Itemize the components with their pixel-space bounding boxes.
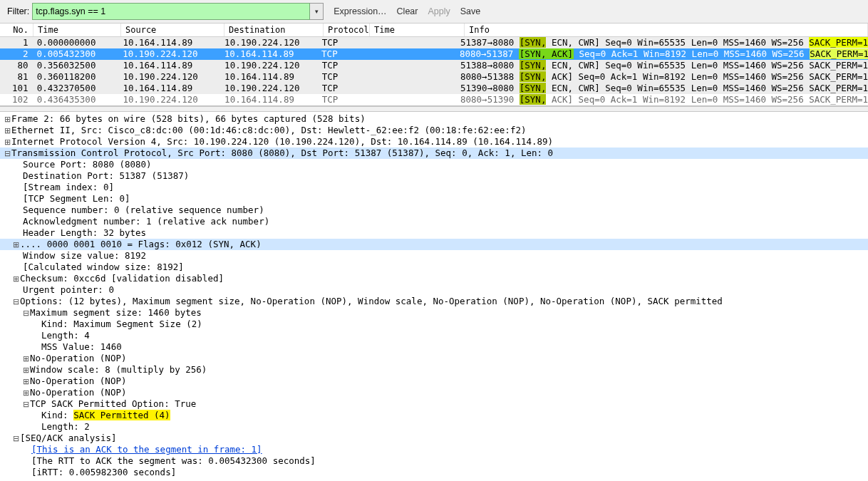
tree-header-len[interactable]: Header Length: 32 bytes (23, 227, 146, 239)
tree-ack-num[interactable]: Acknowledgment number: 1 (relative ack n… (23, 216, 269, 227)
filter-dropdown-button[interactable]: ▾ (310, 3, 324, 20)
tree-tcp[interactable]: Transmission Control Protocol, Src Port:… (11, 148, 553, 159)
collapse-icon[interactable]: ⊟ (21, 307, 30, 319)
tree-mss-len[interactable]: Length: 4 (41, 330, 90, 341)
tree-sack-opt[interactable]: TCP SACK Permitted Option: True (30, 398, 196, 410)
col-destination[interactable]: Destination (224, 24, 324, 36)
tree-sack-len[interactable]: Length: 2 (41, 421, 90, 433)
tree-seq-num[interactable]: Sequence number: 0 (relative sequence nu… (23, 205, 264, 216)
col-no[interactable]: No. (0, 24, 33, 36)
col-info[interactable]: Info (465, 24, 868, 36)
expand-icon[interactable]: ⊞ (21, 387, 30, 398)
collapse-icon[interactable]: ⊟ (11, 433, 20, 444)
tree-sack-kind[interactable]: Kind: SACK Permitted (4) (41, 410, 170, 421)
tree-winsize[interactable]: Window size value: 8192 (23, 250, 146, 262)
packet-row[interactable]: 810.36011820010.190.224.12010.164.114.89… (0, 71, 868, 83)
tree-seg-len[interactable]: [TCP Segment Len: 0] (23, 193, 130, 205)
expand-icon[interactable]: ⊞ (11, 273, 20, 284)
tree-mss-val[interactable]: MSS Value: 1460 (41, 341, 122, 353)
tree-ip[interactable]: Internet Protocol Version 4, Src: 10.190… (11, 136, 553, 148)
filter-input[interactable] (32, 3, 310, 20)
packet-row[interactable]: 800.35603250010.164.114.8910.190.224.120… (0, 60, 868, 71)
col-time[interactable]: Time (33, 24, 121, 36)
expand-icon[interactable]: ⊞ (3, 136, 11, 148)
filter-toolbar: Filter: ▾ Expression… Clear Apply Save (0, 0, 868, 24)
tree-flags[interactable]: .... 0000 0001 0010 = Flags: 0x012 (SYN,… (20, 239, 262, 250)
expand-icon[interactable]: ⊞ (21, 353, 30, 364)
expand-icon[interactable]: ⊞ (3, 113, 11, 125)
save-button[interactable]: Save (460, 6, 481, 16)
tree-stream-index[interactable]: [Stream index: 0] (23, 182, 114, 193)
tree-rtt[interactable]: [The RTT to ACK the segment was: 0.00543… (31, 455, 316, 467)
tree-nop-3[interactable]: No-Operation (NOP) (30, 387, 126, 398)
tree-nop-1[interactable]: No-Operation (NOP) (30, 353, 126, 364)
packet-row[interactable]: 20.00543230010.190.224.12010.164.114.89T… (0, 48, 868, 60)
collapse-icon[interactable]: ⊟ (21, 398, 30, 410)
collapse-icon[interactable]: ⊟ (3, 148, 11, 159)
tree-ethernet[interactable]: Ethernet II, Src: Cisco_c8:dc:00 (00:1d:… (11, 125, 526, 136)
packet-row[interactable]: 10.00000000010.164.114.8910.190.224.120T… (0, 37, 868, 48)
tree-ack-link[interactable]: [This is an ACK to the segment in frame:… (31, 444, 262, 455)
filter-label: Filter: (7, 6, 29, 16)
tree-checksum[interactable]: Checksum: 0xcc6d [validation disabled] (20, 273, 224, 284)
tree-calcwin[interactable]: [Calculated window size: 8192] (23, 262, 184, 273)
tree-mss-kind[interactable]: Kind: Maximum Segment Size (2) (41, 319, 202, 330)
tree-source-port[interactable]: Source Port: 8080 (8080) (23, 159, 152, 170)
collapse-icon[interactable]: ⊟ (11, 296, 20, 307)
expand-icon[interactable]: ⊞ (21, 364, 30, 376)
expand-icon[interactable]: ⊞ (11, 239, 20, 250)
col-time2[interactable]: Time (370, 24, 465, 36)
tree-seqack[interactable]: [SEQ/ACK analysis] (20, 433, 116, 444)
packet-list[interactable]: No. Time Source Destination Protocol Tim… (0, 24, 868, 106)
col-source[interactable]: Source (121, 24, 224, 36)
pane-splitter[interactable] (0, 106, 868, 112)
expand-icon[interactable]: ⊞ (21, 376, 30, 387)
tree-urgent[interactable]: Urgent pointer: 0 (23, 284, 114, 296)
packet-row[interactable]: 1020.43643530010.190.224.12010.164.114.8… (0, 94, 868, 105)
tree-nop-2[interactable]: No-Operation (NOP) (30, 376, 126, 387)
packet-list-header: No. Time Source Destination Protocol Tim… (0, 24, 868, 37)
expression-button[interactable]: Expression… (334, 6, 386, 16)
clear-button[interactable]: Clear (397, 6, 418, 16)
col-protocol[interactable]: Protocol (324, 24, 370, 36)
packet-row[interactable]: 1010.43237050010.164.114.8910.190.224.12… (0, 83, 868, 94)
tree-irtt[interactable]: [iRTT: 0.005982300 seconds] (31, 467, 176, 478)
tree-options[interactable]: Options: (12 bytes), Maximum segment siz… (20, 296, 723, 307)
tree-wscale[interactable]: Window scale: 8 (multiply by 256) (30, 364, 207, 376)
tree-dest-port[interactable]: Destination Port: 51387 (51387) (23, 170, 189, 182)
tree-mss[interactable]: Maximum segment size: 1460 bytes (30, 307, 202, 319)
packet-details[interactable]: ⊞Frame 2: 66 bytes on wire (528 bits), 6… (0, 112, 868, 481)
tree-frame[interactable]: Frame 2: 66 bytes on wire (528 bits), 66… (11, 113, 366, 125)
expand-icon[interactable]: ⊞ (3, 125, 11, 136)
apply-button[interactable]: Apply (428, 6, 450, 16)
